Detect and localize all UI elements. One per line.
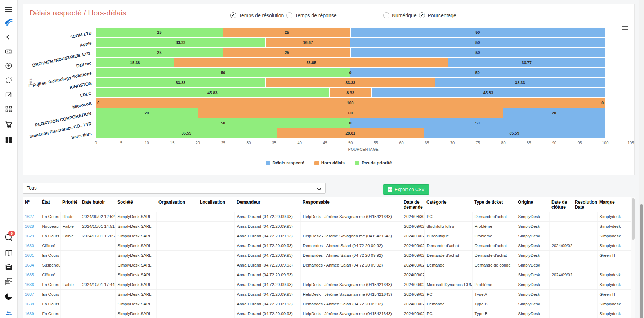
bar-segment[interactable]: 50 [96,68,350,77]
ticket-link[interactable]: 1638 [25,302,34,306]
column-header[interactable]: Demandeur [234,197,300,212]
ticket-link[interactable]: 1636 [25,282,34,287]
tickets-table: N°ÉtatPrioritéDate butoirSociétéOrganisa… [23,197,631,318]
filter-select[interactable]: Tous [23,183,326,194]
ticket-link[interactable]: 1635 [25,273,34,277]
column-header[interactable]: N° [23,197,40,212]
bar-segment[interactable]: 16.67 [265,38,350,47]
ticket-link[interactable]: 1628 [25,224,34,228]
tasks-icon[interactable] [0,91,17,99]
page-scrollbar-thumb[interactable] [640,204,643,318]
bar-segment[interactable]: 50 [96,118,350,128]
bar-segment[interactable]: 25 [96,48,223,57]
legend-label: Délais respecté [273,160,304,165]
ticket-link[interactable]: 1639 [25,312,34,316]
numeric-radio[interactable] [383,12,389,18]
column-header[interactable]: Resolution Date [573,197,597,212]
column-header[interactable]: Origine [516,197,549,212]
resolution-radio[interactable]: ✔ [230,12,236,18]
dark-mode-icon[interactable] [0,292,17,300]
bar-segment[interactable]: 25 [223,48,350,57]
bar-segment[interactable]: 28.81 [277,128,424,138]
bar-segment[interactable]: 33.33 [265,78,435,87]
bar-segment[interactable]: 33.33 [96,38,265,47]
bar-segment[interactable]: 33.33 [96,78,265,87]
column-header[interactable]: Catégorie [424,197,472,212]
bar-segment[interactable]: 15.38 [96,58,174,67]
column-header[interactable]: Localisation [198,197,234,212]
category-label: LDLC [23,88,94,98]
column-header[interactable]: Date de clôture [549,197,573,212]
menu-icon[interactable] [0,6,17,13]
bar-segment[interactable]: 35.59 [424,128,605,138]
table-cell: SimplyDesk [516,241,549,251]
bar-segment[interactable]: 8.33 [329,88,372,97]
legend-item[interactable]: Hors-délais [314,160,345,165]
bar-value-label: 0 [97,101,99,105]
x-axis-title: POURCENTAGE [96,147,631,151]
table-cell: 2024/10/01 17:44 [80,280,115,290]
column-header[interactable]: Responsable [300,197,402,212]
bar-segment[interactable]: 45.83 [96,88,329,97]
chat-notifications-icon[interactable]: 8 [0,233,17,242]
page-scrollbar[interactable] [639,0,644,318]
bar-segment[interactable]: 50 [350,38,605,47]
bar-segment[interactable]: 100 [96,98,605,108]
app-logo-icon[interactable] [0,18,17,27]
bar-segment[interactable]: 50 [350,118,605,128]
bar-segment[interactable]: 20 [96,108,198,118]
column-header[interactable]: Société [115,197,156,212]
table-cell [549,299,573,309]
bar-segment[interactable]: 33.33 [435,78,605,87]
back-icon[interactable] [0,33,17,41]
bar-segment[interactable]: 50 [350,68,605,77]
add-icon[interactable] [0,62,17,70]
ticket-icon[interactable] [0,47,17,55]
ticket-link[interactable]: 1637 [25,292,34,296]
column-header[interactable]: Type de ticket [472,197,516,212]
column-header[interactable]: Priorité [60,197,80,212]
column-header[interactable]: État [40,197,60,212]
export-csv-button[interactable]: CSV Export en CSV [383,184,429,195]
cart-icon[interactable] [0,120,17,128]
bar-segment[interactable]: 30.77 [448,58,605,67]
chart-context-menu-icon[interactable] [622,25,628,31]
ticket-link[interactable]: 1631 [25,253,34,258]
bar-segment[interactable]: 50 [350,28,605,37]
legend-item[interactable]: Délais respecté [266,160,304,165]
percentage-radio[interactable]: ✔ [419,12,425,18]
bar-segment[interactable]: 60 [198,108,503,118]
response-radio[interactable] [286,12,292,18]
table-row: 1629En CoursFaible2024/10/01 15:05Simply… [23,231,631,241]
column-header[interactable]: Marque [597,197,631,212]
ticket-link[interactable]: 1627 [25,214,34,219]
messages-icon[interactable] [0,277,17,286]
legend-item[interactable]: Pas de priorité [355,160,392,165]
column-header[interactable]: Organisation [156,197,198,212]
column-header[interactable]: Date butoir [80,197,115,212]
ticket-link[interactable]: 1630 [25,244,34,248]
sync-icon[interactable] [0,76,17,84]
ticket-link[interactable]: 1629 [25,234,34,238]
apps-icon[interactable] [0,136,17,144]
ticket-link[interactable]: 1634 [25,263,34,267]
table-cell: Demande de congé [472,260,516,270]
bar-segment[interactable]: 20 [503,108,605,118]
table-scrollbar-thumb[interactable] [632,198,635,240]
table-cell [80,260,115,270]
table-cell: Anna Durand (04.72.20.09.93) [234,299,300,309]
bar-segment[interactable]: 35.59 [96,128,277,138]
qr-code-icon[interactable] [0,105,17,113]
bar-segment[interactable]: 25 [223,28,350,37]
bar-segment[interactable]: 53.85 [174,58,448,67]
resolution-radio-label: Temps de résolution [239,13,284,18]
sidebar: 8 [0,0,18,318]
bar-segment[interactable]: 25 [96,28,223,37]
knowledge-base-icon[interactable] [0,249,17,257]
inbox-icon[interactable] [0,263,17,271]
bar-segment[interactable]: 50 [350,48,605,57]
column-header[interactable]: Date de demande [402,197,424,212]
table-scrollbar[interactable] [631,197,635,318]
users-icon[interactable] [0,310,17,317]
bar-segment[interactable]: 45.83 [371,88,605,97]
